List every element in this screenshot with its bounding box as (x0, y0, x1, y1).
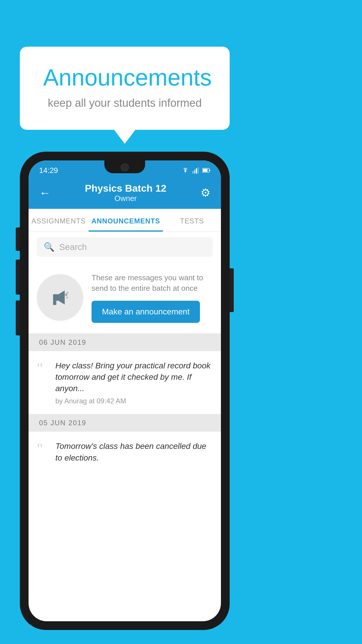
announcement-content-1: Hey class! Bring your practical record b… (55, 360, 213, 405)
vol-up-button (16, 260, 20, 295)
svg-rect-2 (196, 168, 197, 174)
power-button (230, 268, 234, 312)
phone-notch (104, 160, 145, 173)
status-time: 14:29 (39, 166, 58, 175)
speech-bubble-subtitle: keep all your students informed (43, 97, 206, 109)
svg-rect-5 (209, 169, 210, 171)
app-header: ← Physics Batch 12 Owner ⚙ (29, 178, 221, 209)
quote-icon-1: " (37, 360, 48, 376)
svg-rect-1 (194, 170, 195, 174)
svg-point-9 (65, 294, 67, 296)
cta-icon-circle (37, 274, 83, 321)
announcement-meta-1: by Anurag at 09:42 AM (55, 397, 213, 405)
svg-rect-0 (192, 171, 194, 174)
search-input[interactable]: Search (59, 242, 87, 252)
announcement-content-2: Tomorrow's class has been cancelled due … (55, 440, 213, 466)
status-icons (181, 167, 210, 174)
signal-icon (192, 167, 199, 174)
battery-icon (202, 168, 210, 173)
search-input-wrapper[interactable]: 🔍 Search (37, 237, 213, 257)
settings-button[interactable]: ⚙ (201, 186, 210, 199)
front-camera (121, 163, 129, 172)
header-title-area: Physics Batch 12 Owner (85, 183, 166, 203)
speech-bubble-title: Announcements (43, 64, 206, 91)
announcement-item-2[interactable]: " Tomorrow's class has been cancelled du… (29, 432, 221, 475)
svg-rect-3 (198, 167, 199, 174)
announcement-item-1[interactable]: " Hey class! Bring your practical record… (29, 351, 221, 414)
phone-outer: 14:29 (20, 152, 230, 630)
announcement-text-1: Hey class! Bring your practical record b… (55, 360, 213, 394)
search-container: 🔍 Search (29, 232, 221, 262)
tabs-bar: ASSIGNMENTS ANNOUNCEMENTS TESTS (29, 209, 221, 232)
wifi-icon (181, 167, 189, 174)
vol-down-button (16, 300, 20, 335)
back-button[interactable]: ← (39, 186, 51, 200)
megaphone-icon (48, 286, 72, 309)
announcement-cta-section: These are messages you want to send to t… (29, 262, 221, 334)
quote-icon-2: " (37, 440, 48, 457)
cta-right: These are messages you want to send to t… (92, 272, 213, 323)
search-icon: 🔍 (44, 242, 55, 252)
date-separator-1: 06 JUN 2019 (29, 334, 221, 351)
speech-bubble: Announcements keep all your students inf… (20, 47, 230, 130)
svg-rect-7 (53, 294, 59, 301)
phone-mockup: 14:29 (20, 152, 230, 630)
tab-tests[interactable]: TESTS (163, 209, 221, 232)
svg-rect-6 (203, 169, 208, 172)
cta-description: These are messages you want to send to t… (92, 272, 213, 294)
make-announcement-button[interactable]: Make an announcement (92, 301, 200, 323)
header-subtitle: Owner (85, 194, 166, 203)
date-separator-2: 05 JUN 2019 (29, 414, 221, 432)
announcement-text-2: Tomorrow's class has been cancelled due … (55, 440, 213, 463)
header-title: Physics Batch 12 (85, 183, 166, 194)
svg-rect-8 (53, 301, 56, 305)
tab-announcements[interactable]: ANNOUNCEMENTS (89, 209, 163, 232)
svg-point-11 (66, 297, 68, 298)
phone-screen: 14:29 (29, 160, 221, 621)
speech-bubble-container: Announcements keep all your students inf… (20, 47, 230, 130)
tab-assignments[interactable]: ASSIGNMENTS (29, 209, 89, 232)
svg-point-10 (66, 292, 68, 294)
